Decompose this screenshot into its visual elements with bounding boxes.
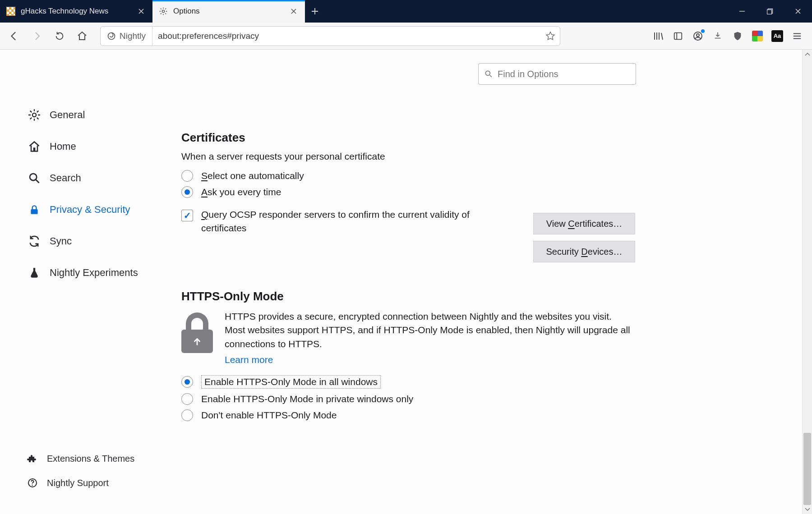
security-devices-button[interactable]: Security Devices…: [533, 241, 635, 262]
sidebar-item-label: General: [50, 109, 85, 121]
close-tab-icon[interactable]: [289, 6, 299, 16]
sidebar-item-label: Home: [50, 141, 76, 152]
learn-more-link[interactable]: Learn more: [225, 354, 273, 365]
search-icon: [484, 69, 493, 78]
account-icon[interactable]: [692, 30, 704, 42]
checkbox-ocsp[interactable]: Query OCSP responder servers to confirm …: [181, 208, 497, 235]
radio-icon: [181, 393, 193, 405]
sidebar-item-home[interactable]: Home: [27, 131, 171, 162]
library-icon[interactable]: [652, 30, 664, 42]
certificates-subtext: When a server requests your personal cer…: [181, 151, 641, 162]
flask-icon: [27, 266, 42, 280]
sidebar-item-label: Privacy & Security: [50, 204, 130, 216]
reload-button[interactable]: [51, 27, 69, 45]
svg-point-6: [697, 34, 699, 37]
main-pane: Certificates When a server requests your…: [181, 131, 641, 426]
radio-https-private[interactable]: Enable HTTPS-Only Mode in private window…: [181, 393, 641, 405]
radio-icon: [181, 170, 193, 182]
window-controls: [728, 0, 812, 23]
radio-icon: [181, 186, 193, 198]
nav-toolbar: Nightly about:preferences#privacy Aa: [0, 23, 812, 50]
svg-rect-11: [31, 209, 37, 214]
window-minimize[interactable]: [728, 0, 756, 23]
url-bar[interactable]: Nightly about:preferences#privacy: [100, 26, 560, 46]
help-icon: [27, 477, 38, 488]
sidebar-item-general[interactable]: General: [27, 99, 171, 131]
scroll-down-icon[interactable]: [803, 504, 812, 514]
sidebar-item-privacy[interactable]: Privacy & Security: [27, 194, 171, 225]
sidebar-item-label: Sync: [50, 235, 72, 247]
extension-icon-color[interactable]: [752, 30, 763, 42]
sidebar-item-label: Nightly Support: [47, 478, 109, 488]
extension-icon-1[interactable]: [712, 30, 724, 42]
identity-label: Nightly: [120, 31, 146, 41]
https-lock-icon: [181, 312, 213, 353]
bookmark-star-icon[interactable]: [541, 31, 560, 41]
window-maximize[interactable]: [756, 0, 784, 23]
category-sidebar: General Home Search Privacy & Security S…: [27, 99, 171, 289]
svg-point-8: [32, 113, 36, 117]
scrollbar[interactable]: [802, 50, 812, 514]
home-button[interactable]: [73, 27, 91, 45]
scroll-thumb[interactable]: [803, 433, 811, 505]
find-in-options[interactable]: [478, 63, 636, 85]
radio-label: Don't enable HTTPS-Only Mode: [201, 410, 337, 421]
radio-select-auto[interactable]: Select one automatically: [181, 170, 641, 182]
hamburger-menu-icon[interactable]: [791, 30, 803, 42]
tab-label: gHacks Technology News: [21, 7, 131, 16]
certificate-buttons: View Certificates… Security Devices…: [533, 213, 635, 262]
view-certificates-button[interactable]: View Certificates…: [533, 213, 635, 234]
svg-point-0: [162, 10, 164, 12]
checkbox-icon: [181, 210, 193, 221]
svg-rect-2: [767, 10, 772, 14]
tab-options[interactable]: Options: [152, 0, 305, 23]
tab-strip: gHacks Technology News Options: [0, 0, 812, 23]
ghacks-favicon: [6, 7, 15, 16]
puzzle-icon: [27, 453, 38, 464]
radio-https-all[interactable]: Enable HTTPS-Only Mode in all windows: [181, 375, 641, 389]
sidebar-item-search[interactable]: Search: [27, 162, 171, 194]
radio-icon: [181, 409, 193, 421]
sidebar-item-support[interactable]: Nightly Support: [27, 471, 171, 495]
notification-dot: [701, 29, 705, 33]
svg-point-7: [485, 71, 490, 75]
radio-label: Enable HTTPS-Only Mode in private window…: [201, 394, 413, 404]
gear-icon: [159, 7, 168, 16]
tab-ghacks[interactable]: gHacks Technology News: [0, 0, 152, 23]
svg-rect-9: [33, 147, 36, 151]
sidebar-toggle-icon[interactable]: [672, 30, 684, 42]
sidebar-item-label: Nightly Experiments: [50, 267, 138, 279]
section-heading-https: HTTPS-Only Mode: [181, 289, 641, 303]
new-tab-button[interactable]: [305, 0, 325, 23]
sidebar-item-extensions[interactable]: Extensions & Themes: [27, 446, 171, 471]
svg-point-13: [32, 485, 32, 486]
forward-button[interactable]: [28, 27, 46, 45]
sidebar-item-experiments[interactable]: Nightly Experiments: [27, 257, 171, 289]
window-close[interactable]: [784, 0, 812, 23]
sidebar-item-label: Extensions & Themes: [47, 454, 134, 464]
font-size-icon[interactable]: Aa: [771, 30, 783, 42]
tab-label: Options: [173, 7, 283, 16]
url-text[interactable]: about:preferences#privacy: [152, 31, 541, 41]
find-input[interactable]: [498, 69, 630, 79]
radio-icon: [181, 376, 193, 388]
scroll-up-icon[interactable]: [803, 50, 812, 60]
radio-label: Enable HTTPS-Only Mode in all windows: [201, 375, 381, 389]
radio-ask-every-time[interactable]: Ask you every time: [181, 186, 641, 198]
https-description: HTTPS provides a secure, encrypted conne…: [225, 310, 631, 351]
sidebar-item-sync[interactable]: Sync: [27, 225, 171, 257]
sidebar-bottom: Extensions & Themes Nightly Support: [27, 446, 171, 495]
ublock-icon[interactable]: [732, 30, 743, 42]
svg-point-3: [108, 32, 115, 39]
toolbar-right: Aa: [652, 30, 807, 42]
identity-box[interactable]: Nightly: [101, 27, 152, 46]
sidebar-item-label: Search: [50, 172, 81, 184]
back-button[interactable]: [5, 27, 23, 45]
radio-https-off[interactable]: Don't enable HTTPS-Only Mode: [181, 409, 641, 421]
lock-icon: [27, 202, 42, 217]
close-tab-icon[interactable]: [136, 6, 146, 16]
gear-icon: [27, 108, 42, 122]
sync-icon: [27, 234, 42, 248]
svg-point-10: [30, 174, 37, 180]
home-icon: [27, 139, 42, 154]
